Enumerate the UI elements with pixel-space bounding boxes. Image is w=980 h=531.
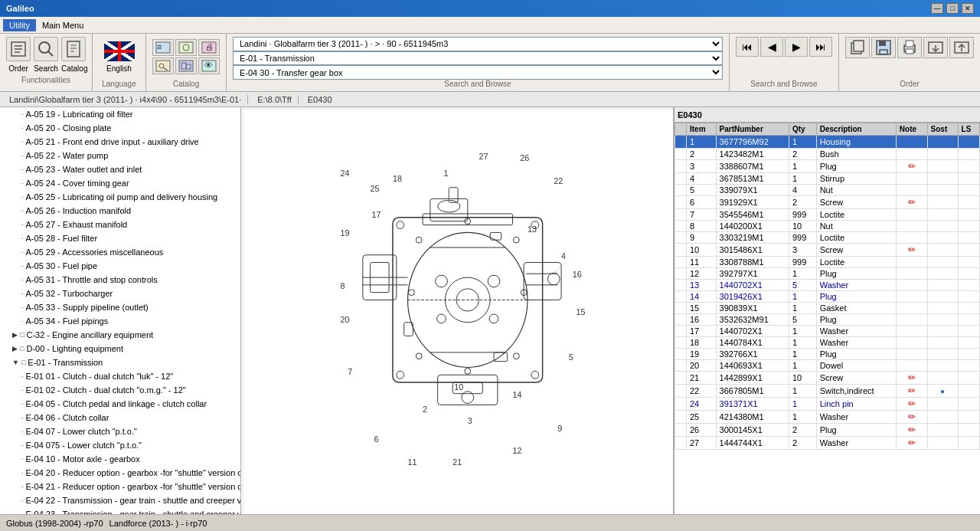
table-row[interactable]: 163532632M915Plug	[675, 314, 980, 326]
tree-item-a05-32[interactable]: ·A-05 32 - Turbocharger	[0, 287, 240, 300]
table-row[interactable]: 103015486X13Screw✏	[675, 244, 980, 257]
table-row[interactable]: 201440693X11Dowel	[675, 360, 980, 372]
group-dropdown[interactable]: E-01 - Transmission	[233, 51, 723, 66]
catalog-icon-5[interactable]	[175, 57, 197, 74]
model-dropdown[interactable]: Landini · Globalfarm tier 3 (2011- ) · >…	[233, 37, 723, 51]
table-row[interactable]: 81440200X110Nut	[675, 221, 980, 232]
tree-item-a05-28[interactable]: ·A-05 28 - Fuel filter	[0, 231, 240, 245]
tree-item-a05-30[interactable]: ·A-05 30 - Fuel pipe	[0, 259, 240, 273]
table-row[interactable]: 223667805M11Switch,indirect✏●	[675, 385, 980, 398]
order-copy-button[interactable]	[845, 37, 870, 58]
tree-item-d00[interactable]: ▶□D-00 - Lighting equipment	[0, 342, 240, 356]
table-row[interactable]: 12392797X11Plug	[675, 268, 980, 280]
table-row[interactable]: 131440702X15Washer	[675, 280, 980, 291]
close-button[interactable]: ✕	[962, 3, 974, 14]
cell-note[interactable]: ✏	[896, 372, 927, 385]
cell-note[interactable]	[896, 291, 927, 303]
tree-item-e04-075[interactable]: ·E-04 075 - Lower clutch "p.t.o."	[0, 438, 240, 452]
cell-note[interactable]	[896, 185, 927, 196]
cell-note[interactable]: ✏	[896, 411, 927, 424]
table-row[interactable]: 181440784X11Washer	[675, 337, 980, 349]
table-row[interactable]: 5339079X14Nut	[675, 185, 980, 196]
cell-note[interactable]	[896, 173, 927, 185]
tree-item-a05-29[interactable]: ·A-05 29 - Accessories miscellaneous	[0, 245, 240, 259]
col-desc[interactable]: Description	[816, 123, 896, 136]
col-sost[interactable]: Sost	[927, 123, 958, 136]
cell-note[interactable]: ✏	[896, 196, 927, 209]
order-import-button[interactable]	[949, 37, 974, 58]
cell-note[interactable]	[896, 360, 927, 372]
table-row[interactable]: 113308788M1999Loctite	[675, 257, 980, 268]
tree-item-a05-22[interactable]: ·A-05 22 - Water pump	[0, 149, 240, 162]
cell-note[interactable]	[896, 221, 927, 232]
cell-note[interactable]	[896, 136, 927, 149]
col-qty[interactable]: Qty	[789, 123, 817, 136]
minimize-button[interactable]: —	[931, 3, 943, 14]
cell-note[interactable]	[896, 314, 927, 326]
tree-scroll[interactable]: ·A-05 19 - Lubricating oil filter·A-05 2…	[0, 107, 240, 531]
maximize-button[interactable]: □	[946, 3, 959, 14]
table-row[interactable]: 73545546M1999Loctite	[675, 209, 980, 221]
nav-next-button[interactable]: ▶	[785, 37, 808, 57]
cell-note[interactable]	[896, 280, 927, 291]
table-row[interactable]: 6391929X12Screw✏	[675, 196, 980, 209]
nav-last-button[interactable]: ⏭	[809, 37, 832, 57]
col-item[interactable]: Item	[687, 123, 717, 136]
col-note[interactable]: Note	[896, 123, 927, 136]
table-row[interactable]: 254214380M11Washer✏	[675, 411, 980, 424]
tree-item-a05-33[interactable]: ·A-05 33 - Supply pipeline (outlet)	[0, 300, 240, 314]
catalog-icon-1[interactable]: ≡	[152, 39, 174, 56]
catalog-icon-3[interactable]: 🖨	[198, 39, 220, 56]
tree-item-a05-31[interactable]: ·A-05 31 - Throttle and stop controls	[0, 273, 240, 287]
catalog-icon-2[interactable]	[175, 39, 197, 56]
cell-note[interactable]: ✏	[896, 160, 927, 173]
tree-item-e01-02[interactable]: ·E-01 02 - Clutch - dual clutch "o.m.g."…	[0, 383, 240, 397]
cell-note[interactable]: ✏	[896, 437, 927, 450]
tree-item-e01[interactable]: ▼□E-01 - Transmission	[0, 356, 240, 369]
cell-note[interactable]	[896, 349, 927, 360]
subgroup-dropdown[interactable]: E-04 30 - Transfer gear box	[233, 65, 723, 80]
cell-note[interactable]	[896, 257, 927, 268]
order-print-button[interactable]	[897, 37, 922, 58]
cell-note[interactable]	[896, 326, 927, 337]
tree-item-a05-34[interactable]: ·A-05 34 - Fuel pipings	[0, 314, 240, 328]
table-row[interactable]: 271444744X12Washer✏	[675, 437, 980, 450]
table-row[interactable]: 15390839X11Gasket	[675, 303, 980, 314]
tree-item-a05-19[interactable]: ·A-05 19 - Lubricating oil filter	[0, 107, 240, 121]
tree-item-e04-10[interactable]: ·E-04 10 - Motor axle - gearbox	[0, 452, 240, 466]
cell-note[interactable]: ✏	[896, 385, 927, 398]
tree-item-a05-25[interactable]: ·A-05 25 - Lubricating oil pump and deli…	[0, 190, 240, 204]
tree-item-e04-21[interactable]: ·E-04 21 - Reducer option - gearbox -for…	[0, 480, 240, 493]
table-row[interactable]: 211442899X110Screw✏	[675, 372, 980, 385]
col-part[interactable]: PartNumber	[716, 123, 789, 136]
cell-note[interactable]: ✏	[896, 398, 927, 411]
cell-note[interactable]	[896, 303, 927, 314]
order-export-button[interactable]	[923, 37, 948, 58]
cell-note[interactable]	[896, 232, 927, 244]
col-ls[interactable]: LS	[958, 123, 979, 136]
order-button[interactable]	[6, 37, 31, 61]
cell-note[interactable]: ✏	[896, 244, 927, 257]
table-row[interactable]: 21423482M12Bush	[675, 149, 980, 160]
cell-note[interactable]	[896, 337, 927, 349]
table-row[interactable]: 143019426X11Plug	[675, 291, 980, 303]
tree-item-e04-07[interactable]: ·E-04 07 - Lower clutch "p.t.o."	[0, 424, 240, 438]
catalog-button[interactable]	[61, 37, 86, 61]
catalog-icon-6[interactable]: 👁	[198, 57, 220, 74]
cell-note[interactable]: ✏	[896, 424, 927, 437]
nav-first-button[interactable]: ⏮	[736, 37, 759, 57]
tree-item-a05-26[interactable]: ·A-05 26 - Induction manifold	[0, 204, 240, 218]
tree-item-a05-24[interactable]: ·A-05 24 - Cover timing gear	[0, 176, 240, 190]
tree-item-a05-27[interactable]: ·A-05 27 - Exhaust manifold	[0, 218, 240, 231]
tree-item-e04-06[interactable]: ·E-04 06 - Clutch collar	[0, 411, 240, 424]
cell-note[interactable]	[896, 149, 927, 160]
tree-item-e04-20[interactable]: ·E-04 20 - Reducer option - gearbox -for…	[0, 466, 240, 480]
tree-item-e01-01[interactable]: ·E-01 01 - Clutch - dual clutch "luk" - …	[0, 369, 240, 383]
tree-item-a05-20[interactable]: ·A-05 20 - Closing plate	[0, 121, 240, 135]
table-row[interactable]: 93303219M1999Loctite	[675, 232, 980, 244]
menu-main-menu[interactable]: Main Menu	[36, 19, 90, 31]
table-row[interactable]: 33388607M11Plug✏	[675, 160, 980, 173]
order-save-button[interactable]	[871, 37, 896, 58]
table-row[interactable]: 24391371X11Linch pin✏	[675, 398, 980, 411]
tree-item-e04-05[interactable]: ·E-04 05 - Clutch pedal and linkage - cl…	[0, 397, 240, 411]
